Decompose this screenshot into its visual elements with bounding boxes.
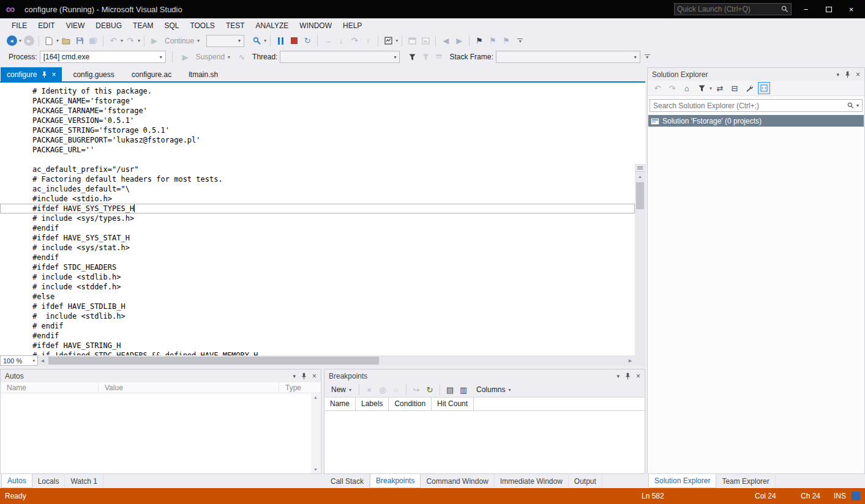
- suspend-chevron-icon[interactable]: ▾: [228, 54, 230, 60]
- autos-scrollbar[interactable]: ▲ ▼: [311, 393, 320, 473]
- process-select[interactable]: [164] cmd.exe ▾: [40, 51, 166, 63]
- enable-all-breakpoints-icon[interactable]: ○: [390, 384, 402, 396]
- export-breakpoints-icon[interactable]: ▤: [444, 384, 456, 396]
- minimize-button[interactable]: −: [795, 0, 817, 18]
- code-line[interactable]: # if !defined STDC_HEADERS && defined HA…: [0, 350, 635, 355]
- continue-play-icon[interactable]: ▶: [148, 35, 160, 47]
- code-line[interactable]: PACKAGE_NAME='fstorage': [0, 96, 635, 106]
- menu-item[interactable]: TEST: [220, 19, 250, 32]
- tool-window-tab[interactable]: Command Window: [421, 474, 494, 488]
- diagnostic-tools-icon[interactable]: [382, 35, 394, 47]
- close-icon[interactable]: ×: [856, 70, 860, 79]
- show-next-statement-icon[interactable]: →: [321, 35, 334, 47]
- document-tab[interactable]: ltmain.sh ×: [182, 67, 224, 81]
- notifications-icon[interactable]: [852, 492, 860, 500]
- tool-window-tab[interactable]: Output: [569, 474, 602, 488]
- code-line[interactable]: #include <stdio.h>: [0, 194, 635, 204]
- preview-selected-items-icon[interactable]: [758, 82, 770, 94]
- previous-bookmark-icon[interactable]: ⚑: [487, 35, 499, 47]
- close-button[interactable]: ×: [840, 0, 863, 18]
- toolbar-options-icon[interactable]: ▾: [645, 54, 650, 59]
- code-line[interactable]: # include <sys/types.h>: [0, 213, 635, 223]
- code-line[interactable]: ac_default_prefix="/usr": [0, 165, 635, 174]
- tool-window-tab[interactable]: Breakpoints: [370, 474, 421, 488]
- find-chevron-icon[interactable]: ▾: [264, 38, 266, 43]
- open-file-icon[interactable]: [60, 35, 72, 47]
- scroll-up-icon[interactable]: ▲: [311, 393, 320, 401]
- close-icon[interactable]: ×: [51, 70, 56, 79]
- window-position-icon[interactable]: ▾: [293, 373, 296, 379]
- tool-window-tab[interactable]: Immediate Window: [495, 474, 569, 488]
- disable-all-breakpoints-icon[interactable]: ◎: [376, 384, 389, 396]
- code-lines[interactable]: # Identity of this package.PACKAGE_NAME=…: [0, 86, 635, 355]
- code-line[interactable]: # endif: [0, 321, 635, 331]
- collapse-all-icon[interactable]: ⊟: [728, 82, 741, 94]
- tool-window-tab[interactable]: Locals: [32, 474, 66, 488]
- next-bookmark-icon[interactable]: ⚑: [500, 35, 512, 47]
- pin-icon[interactable]: [845, 71, 850, 78]
- sync-with-active-document-icon[interactable]: ⇄: [714, 82, 726, 94]
- scroll-left-icon[interactable]: ◀: [38, 355, 47, 366]
- code-line[interactable]: # include <sys/stat.h>: [0, 243, 635, 253]
- menu-item[interactable]: VIEW: [61, 19, 91, 32]
- break-all-icon[interactable]: [274, 35, 286, 47]
- tool-window-tab[interactable]: Solution Explorer: [648, 474, 716, 488]
- menu-item[interactable]: WINDOW: [294, 19, 337, 32]
- menu-item[interactable]: TEAM: [127, 19, 159, 32]
- menu-item[interactable]: TOOLS: [184, 19, 220, 32]
- navigate-back-icon[interactable]: ↶: [651, 82, 664, 94]
- delete-breakpoint-icon[interactable]: ×: [363, 384, 375, 396]
- toolbar-options-icon[interactable]: ▾: [517, 39, 523, 43]
- new-file-icon[interactable]: [43, 35, 55, 47]
- goto-disassembly-icon[interactable]: ↻: [424, 384, 436, 396]
- suspend-play-icon[interactable]: ▶: [179, 51, 192, 63]
- debug-target-select[interactable]: ▾: [206, 35, 244, 47]
- code-editor[interactable]: # Identity of this package.PACKAGE_NAME=…: [0, 81, 645, 355]
- output-window-icon[interactable]: [406, 35, 418, 47]
- search-icon[interactable]: [847, 102, 854, 109]
- code-line[interactable]: # include <stddef.h>: [0, 282, 635, 292]
- code-line[interactable]: PACKAGE_BUGREPORT='lukasz@fstorage.pl': [0, 135, 635, 145]
- redo-chevron-icon[interactable]: ▾: [138, 38, 140, 43]
- redo-icon[interactable]: ↷: [124, 35, 137, 47]
- document-tab[interactable]: configure.ac ×: [125, 67, 178, 81]
- find-in-files-icon[interactable]: [250, 35, 263, 47]
- code-line[interactable]: PACKAGE_URL='': [0, 145, 635, 155]
- code-line[interactable]: PACKAGE_VERSION='0.5.1': [0, 116, 635, 125]
- autos-body[interactable]: ▲ ▼: [1, 393, 321, 473]
- diagnostic-tools-chevron-icon[interactable]: ▾: [395, 38, 398, 43]
- import-breakpoints-icon[interactable]: ▥: [457, 384, 470, 396]
- code-line[interactable]: # include <stdlib.h>: [0, 272, 635, 282]
- code-line[interactable]: #ifdef HAVE_SYS_TYPES_H: [0, 204, 635, 213]
- continue-chevron-icon[interactable]: ▾: [197, 38, 200, 43]
- navigate-back-chevron-icon[interactable]: ▾: [19, 38, 21, 43]
- scrollbar-track[interactable]: [47, 355, 626, 366]
- filter-threads-icon[interactable]: [406, 51, 418, 63]
- document-tab[interactable]: configure ×: [1, 67, 62, 81]
- flagged-threads-filter-icon[interactable]: [419, 51, 432, 63]
- undo-chevron-icon[interactable]: ▾: [121, 38, 123, 43]
- tool-window-tab[interactable]: Autos: [1, 474, 32, 488]
- document-tab[interactable]: config.guess ×: [67, 67, 120, 81]
- menu-item[interactable]: FILE: [6, 19, 32, 32]
- undo-icon[interactable]: ↶: [107, 35, 119, 47]
- code-line[interactable]: # include <stdlib.h>: [0, 311, 635, 321]
- scrollbar-thumb[interactable]: [48, 357, 379, 365]
- navigate-forward-icon[interactable]: ▸: [23, 35, 35, 47]
- properties-icon[interactable]: [743, 82, 755, 94]
- code-line[interactable]: PACKAGE_STRING='fstorage 0.5.1': [0, 125, 635, 135]
- code-line[interactable]: #else: [0, 292, 635, 302]
- quick-launch-box[interactable]: [674, 3, 792, 15]
- stop-debugging-icon[interactable]: [288, 35, 300, 47]
- quick-launch-input[interactable]: [677, 5, 781, 13]
- maximize-button[interactable]: [817, 0, 840, 18]
- new-file-chevron-icon[interactable]: ▾: [56, 38, 59, 43]
- filter-chevron-icon[interactable]: ▾: [710, 86, 712, 91]
- solution-tree-item[interactable]: Solution 'Fstorage' (0 projects): [648, 115, 864, 127]
- code-line[interactable]: # Identity of this package.: [0, 86, 635, 96]
- code-line[interactable]: #endif: [0, 331, 635, 341]
- menu-item[interactable]: HELP: [337, 19, 367, 32]
- step-over-icon[interactable]: ↷: [348, 35, 361, 47]
- save-icon[interactable]: [73, 35, 86, 47]
- code-line[interactable]: ac_includes_default="\: [0, 184, 635, 194]
